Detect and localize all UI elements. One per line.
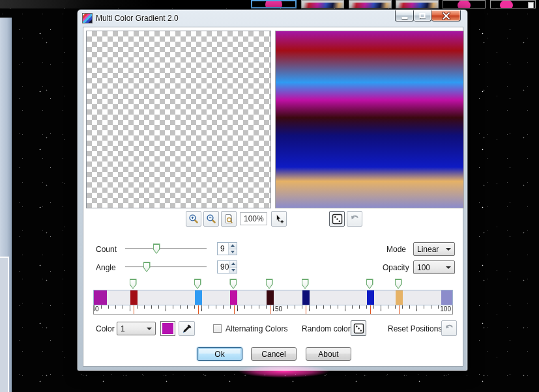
down-arrow-icon xyxy=(231,269,235,272)
reset-positions-label: Reset Positions xyxy=(388,324,442,333)
mode-label: Mode xyxy=(386,245,406,254)
count-spin-up[interactable] xyxy=(229,243,237,249)
opacity-label: Opacity xyxy=(383,263,409,272)
maximize-button[interactable] xyxy=(414,10,431,21)
current-color-swatch[interactable] xyxy=(160,321,175,336)
count-slider-thumb[interactable] xyxy=(153,244,160,254)
mode-dropdown[interactable]: Linear xyxy=(413,242,455,256)
color-label: Color xyxy=(96,324,115,333)
reset-positions-button[interactable] xyxy=(441,320,457,336)
up-arrow-icon xyxy=(231,244,235,247)
gradient-stop-swatch[interactable] xyxy=(367,290,374,305)
pink-circle-image xyxy=(500,0,513,8)
zoom-out-button[interactable] xyxy=(203,211,219,227)
stop-markers xyxy=(93,278,452,290)
count-spinbox[interactable]: 9 xyxy=(217,242,237,255)
dice-icon xyxy=(353,323,364,334)
gradient-stop-marker[interactable] xyxy=(395,279,402,289)
gradient-stop-marker[interactable] xyxy=(302,279,309,289)
image-thumbnail[interactable] xyxy=(396,0,439,8)
random-colors-button[interactable] xyxy=(351,320,366,336)
maximize-icon xyxy=(420,13,426,18)
pointer-add-icon xyxy=(274,214,284,224)
angle-spin-up[interactable] xyxy=(229,261,237,267)
gradient-preview[interactable] xyxy=(275,31,464,208)
image-thumbnail-selected[interactable] xyxy=(251,0,297,8)
stop-position-tick xyxy=(234,305,235,314)
down-arrow-icon xyxy=(231,251,235,253)
gradient-stop-marker[interactable] xyxy=(266,279,273,289)
dialog-client-area: 100% Count xyxy=(83,27,463,367)
gradient-stop-swatch[interactable] xyxy=(396,290,403,305)
count-slider[interactable] xyxy=(125,248,207,249)
ruler-label-end: 100 xyxy=(439,305,452,313)
minimize-icon xyxy=(401,17,407,19)
randomize-preview-button[interactable] xyxy=(329,211,345,227)
opacity-dropdown[interactable]: 100 xyxy=(413,260,455,274)
angle-spinbox[interactable]: 90 xyxy=(217,260,237,273)
gradient-stop-swatch[interactable] xyxy=(195,290,202,305)
eyedropper-icon xyxy=(182,324,192,334)
angle-spin-down[interactable] xyxy=(229,267,237,273)
minimize-button[interactable] xyxy=(395,10,414,21)
undo-arrow-icon xyxy=(349,214,360,224)
count-value: 9 xyxy=(218,243,228,255)
gradient-stop-swatch[interactable] xyxy=(130,290,138,305)
count-label: Count xyxy=(96,245,117,254)
desktop-background: Multi Color Gradient 2.0 xyxy=(0,0,539,392)
angle-value: 90 xyxy=(218,261,229,273)
fit-page-icon xyxy=(224,214,234,224)
page-icon xyxy=(528,2,534,8)
ok-button[interactable]: Ok xyxy=(197,347,242,361)
add-marker-pointer-button[interactable] xyxy=(271,211,287,227)
position-ruler: 0 50 100 xyxy=(93,305,453,315)
transparency-preview-pane[interactable] xyxy=(86,31,271,208)
count-spin-arrows xyxy=(228,243,237,255)
zoom-in-button[interactable] xyxy=(186,211,201,227)
gradient-stop-marker[interactable] xyxy=(130,279,137,289)
image-thumbnail[interactable] xyxy=(490,0,536,8)
zoom-to-fit-button[interactable] xyxy=(221,211,237,227)
current-color-fill xyxy=(162,323,173,334)
window-controls xyxy=(395,10,461,21)
gradient-stop-swatch[interactable] xyxy=(230,290,237,305)
about-button[interactable]: About xyxy=(306,347,351,361)
image-thumbnail[interactable] xyxy=(301,0,344,8)
alternating-colors-checkbox[interactable] xyxy=(213,324,222,333)
gradient-stop-bar[interactable] xyxy=(93,290,453,305)
angle-slider[interactable] xyxy=(125,266,207,268)
app-icon xyxy=(82,13,93,23)
gradient-stop-swatch[interactable] xyxy=(267,290,274,305)
angle-spin-arrows xyxy=(229,261,237,273)
stop-position-tick xyxy=(399,305,400,314)
mode-value: Linear xyxy=(417,245,439,254)
zoom-out-icon xyxy=(206,214,216,224)
close-button[interactable] xyxy=(431,10,461,21)
gradient-stop-marker[interactable] xyxy=(229,279,237,289)
count-spin-down[interactable] xyxy=(229,249,237,255)
up-arrow-icon xyxy=(231,262,235,265)
reset-preview-button[interactable] xyxy=(347,211,362,227)
gradient-stop-swatch[interactable] xyxy=(441,290,452,305)
gradient-stop-marker[interactable] xyxy=(194,279,201,289)
gradient-stop-marker[interactable] xyxy=(366,279,373,289)
window-title: Multi Color Gradient 2.0 xyxy=(96,14,179,23)
angle-label: Angle xyxy=(96,263,116,272)
cancel-button[interactable]: Cancel xyxy=(251,347,297,361)
random-colors-label: Random colors xyxy=(302,324,355,333)
thumbnail-titlebar xyxy=(396,1,438,3)
zoom-in-icon xyxy=(188,214,199,224)
angle-slider-thumb[interactable] xyxy=(143,262,151,272)
pink-circle-image xyxy=(265,0,282,8)
gradient-stop-swatch[interactable] xyxy=(302,290,310,305)
image-thumbnail[interactable] xyxy=(349,0,392,8)
dice-icon xyxy=(332,214,343,225)
stop-position-tick xyxy=(306,305,306,314)
gradient-stop-swatch[interactable] xyxy=(94,290,107,305)
undo-arrow-icon xyxy=(444,323,454,333)
color-index-dropdown[interactable]: 1 xyxy=(117,322,156,335)
ruler-label-mid: 50 xyxy=(274,305,283,313)
eyedropper-button[interactable] xyxy=(179,321,195,336)
zoom-level-field[interactable]: 100% xyxy=(240,212,267,225)
image-thumbnail[interactable] xyxy=(443,0,486,8)
